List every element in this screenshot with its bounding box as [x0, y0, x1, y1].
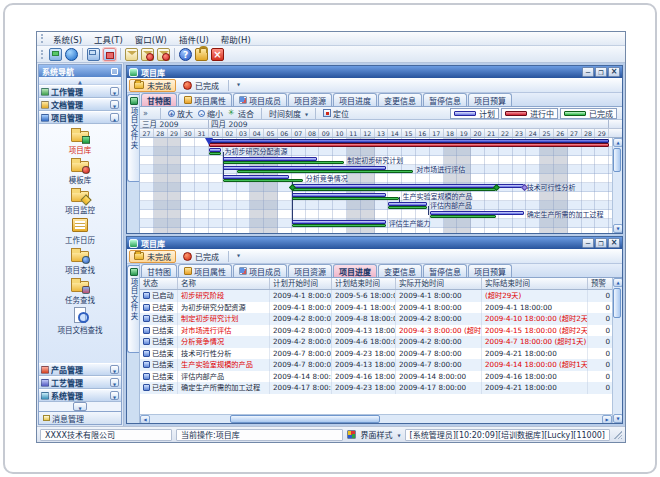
message-management-tab[interactable]: 消息管理 [38, 412, 122, 425]
zoom-out-button[interactable]: 缩小 [198, 108, 223, 119]
globe-icon[interactable] [65, 48, 78, 61]
lock-icon[interactable] [195, 48, 208, 61]
locate-button[interactable]: 定位 [323, 108, 349, 119]
table-row[interactable]: 已结束制定初步研究计划2009-4-2 8:00:002009-4-8 18:0… [140, 313, 612, 325]
monitor-icon[interactable] [49, 48, 62, 61]
pin-icon[interactable] [111, 68, 118, 75]
unfinished-button[interactable]: 未完成 [129, 79, 176, 92]
tab-1[interactable]: 项目属性 [178, 264, 232, 277]
finished-button[interactable]: 已完成 [178, 250, 224, 263]
table-row[interactable]: 已启动初步研究阶段2009-4-1 8:00:002009-5-6 18:00:… [140, 290, 612, 302]
window-restore-button[interactable] [595, 67, 607, 77]
sidebar-item[interactable]: 工作日历 [39, 217, 121, 247]
summary-inprogress-bar[interactable] [209, 143, 609, 147]
tab-2[interactable]: 项目成员 [233, 264, 287, 277]
column-header[interactable]: 计划结束时间 [332, 278, 396, 289]
task-done-bar[interactable] [292, 188, 496, 191]
window-close-button[interactable] [608, 238, 620, 248]
table-row[interactable]: 已结束为初步研究分配资源2009-4-1 8:00:002009-4-1 18:… [140, 302, 612, 314]
expand-button[interactable] [110, 100, 119, 109]
scroll-thumb[interactable] [613, 288, 621, 318]
sidebar-group-doc[interactable]: 文档管理 [39, 98, 121, 111]
menu-item[interactable]: 窗口(W) [129, 32, 173, 46]
tab-7[interactable]: 项目预算 [468, 264, 512, 277]
table-row[interactable]: 已结束生产实验室规模的产品2009-4-7 8:00:002009-4-13 1… [140, 359, 612, 371]
table-row[interactable]: 已结束评估内部产品2009-4-14 8:00:002009-4-16 18:0… [140, 371, 612, 383]
time-scale-dropdown[interactable]: 时间刻度 [269, 108, 308, 119]
scroll-track[interactable] [150, 415, 602, 423]
tab-5[interactable]: 变更信息 [378, 264, 422, 277]
window-minimize-button[interactable] [582, 67, 594, 77]
window-minimize-button[interactable] [582, 238, 594, 248]
tab-6[interactable]: 暂停信息 [423, 93, 467, 106]
sidebar-item[interactable]: 项目监控 [39, 187, 121, 217]
scroll-right-button[interactable] [602, 415, 612, 423]
tab-6[interactable]: 暂停信息 [423, 264, 467, 277]
task-done-bar[interactable] [237, 170, 414, 173]
window-close-button[interactable] [608, 67, 620, 77]
menu-item[interactable]: 插件(U) [173, 32, 215, 46]
scroll-left-button[interactable] [140, 415, 150, 423]
tab-2[interactable]: 项目成员 [233, 93, 287, 106]
window-restore-button[interactable] [595, 238, 607, 248]
chevron-down-icon[interactable] [396, 430, 400, 439]
sidebar-item[interactable]: 模板库 [39, 157, 121, 187]
interface-style-label[interactable]: 界面样式 [360, 429, 392, 440]
table-row[interactable]: 已结束确定生产所需的加工过程2009-4-17 8:00:002009-4-23… [140, 382, 612, 394]
scroll-down-button[interactable] [613, 224, 622, 233]
column-header[interactable]: 实际结束时间 [482, 278, 588, 289]
window-titlebar[interactable]: 项目库 [127, 66, 622, 78]
scroll-thumb[interactable] [613, 148, 621, 172]
unfinished-button[interactable]: 未完成 [129, 250, 176, 263]
sidebar-item[interactable]: 任务查找 [39, 277, 121, 307]
exit-icon[interactable] [211, 48, 224, 61]
table-row[interactable]: 已结束分析竞争情况2009-4-2 8:00:002009-4-6 18:00:… [140, 336, 612, 348]
tab-4[interactable]: 项目进度 [333, 93, 377, 106]
mail-alert-icon[interactable] [157, 48, 170, 61]
column-header[interactable]: 名称 [178, 278, 270, 289]
task-done-bar[interactable] [209, 152, 221, 155]
sidebar-item[interactable]: 项目文档查找 [39, 307, 121, 337]
folder-save-icon[interactable] [103, 48, 116, 61]
fit-button[interactable]: 适合 [228, 108, 254, 119]
task-done-bar[interactable] [292, 224, 386, 227]
tab-1[interactable]: 项目属性 [178, 93, 232, 106]
sidebar-item[interactable]: 项目查找 [39, 247, 121, 277]
table-row[interactable]: 已结束技术可行性分析2009-4-7 8:00:002009-4-23 18:0… [140, 348, 612, 360]
tab-0[interactable]: 甘特图 [141, 264, 177, 277]
tab-0[interactable]: 甘特图 [141, 93, 177, 106]
sidebar-group-system[interactable]: 系统管理 [39, 389, 121, 402]
tab-5[interactable]: 变更信息 [378, 93, 422, 106]
sidebar-item[interactable]: 项目库 [39, 127, 121, 157]
tab-4[interactable]: 项目进度 [333, 264, 377, 277]
scroll-up-button[interactable] [613, 278, 622, 287]
help-icon[interactable] [179, 48, 192, 61]
task-done-bar[interactable] [388, 206, 427, 209]
sidebar-group-product[interactable]: 产品管理 [39, 363, 121, 376]
expand-button[interactable] [110, 87, 119, 96]
chevron-down-icon[interactable] [73, 402, 87, 411]
project-folder-vertical-tab[interactable]: 项目文件夹 [127, 265, 139, 353]
table-vertical-scrollbar[interactable] [612, 278, 622, 423]
expand-button[interactable] [110, 391, 119, 400]
scroll-track[interactable] [613, 287, 622, 414]
task-done-bar[interactable] [430, 215, 496, 218]
column-header[interactable]: 预警 [588, 278, 612, 289]
column-header[interactable]: 计划开始时间 [270, 278, 332, 289]
more-buttons-dropdown[interactable] [233, 79, 244, 91]
collapse-button[interactable] [110, 113, 119, 122]
menu-item[interactable]: 帮助(H) [215, 32, 257, 46]
sidebar-group-process[interactable]: 工艺管理 [39, 376, 121, 389]
toolbar-overflow-button[interactable] [143, 109, 153, 118]
menu-item[interactable]: 工具(T) [88, 32, 129, 46]
tab-3[interactable]: 项目资源 [288, 93, 332, 106]
expand-button[interactable] [110, 378, 119, 387]
scroll-down-button[interactable] [613, 414, 622, 423]
mail-alert-icon[interactable] [141, 48, 154, 61]
folder-icon[interactable] [87, 48, 100, 61]
table-row[interactable]: 已结束对市场进行评估2009-4-2 8:00:002009-4-13 18:0… [140, 325, 612, 337]
sidebar-group-work[interactable]: 工作管理 [39, 85, 121, 98]
scroll-track[interactable] [613, 147, 622, 224]
sidebar-scroll-up-button[interactable] [39, 77, 121, 85]
expand-button[interactable] [110, 365, 119, 374]
